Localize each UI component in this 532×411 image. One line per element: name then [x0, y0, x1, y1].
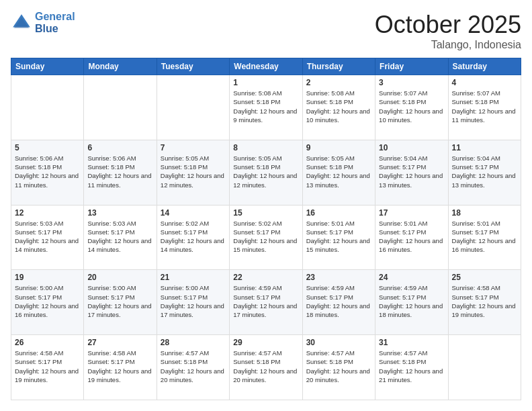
day-info: Sunrise: 5:02 AMSunset: 5:17 PMDaylight:… [161, 219, 226, 255]
day-number: 4 [452, 78, 517, 87]
day-number: 30 [306, 338, 371, 347]
day-number: 7 [161, 143, 226, 152]
calendar-cell: 5Sunrise: 5:06 AMSunset: 5:18 PMDaylight… [11, 140, 84, 205]
calendar-cell: 27Sunrise: 4:58 AMSunset: 5:17 PMDayligh… [84, 335, 157, 400]
day-info: Sunrise: 4:57 AMSunset: 5:18 PMDaylight:… [379, 349, 444, 384]
header-tuesday: Tuesday [157, 58, 229, 75]
week-row-4: 19Sunrise: 5:00 AMSunset: 5:17 PMDayligh… [11, 270, 521, 335]
weekday-header-row: Sunday Monday Tuesday Wednesday Thursday… [11, 58, 521, 75]
day-number: 23 [306, 273, 371, 282]
day-number: 11 [452, 143, 517, 152]
header: General Blue October 2025 Talango, Indon… [11, 11, 521, 51]
day-info: Sunrise: 5:03 AMSunset: 5:17 PMDaylight:… [15, 219, 80, 255]
calendar-cell: 3Sunrise: 5:07 AMSunset: 5:18 PMDaylight… [375, 75, 448, 140]
calendar-cell: 30Sunrise: 4:57 AMSunset: 5:18 PMDayligh… [302, 335, 375, 400]
calendar-cell: 1Sunrise: 5:08 AMSunset: 5:18 PMDaylight… [230, 75, 302, 140]
calendar-cell: 17Sunrise: 5:01 AMSunset: 5:17 PMDayligh… [375, 205, 448, 270]
calendar-cell: 16Sunrise: 5:01 AMSunset: 5:17 PMDayligh… [302, 205, 375, 270]
day-info: Sunrise: 4:57 AMSunset: 5:18 PMDaylight:… [306, 349, 371, 384]
calendar-cell: 9Sunrise: 5:05 AMSunset: 5:18 PMDaylight… [302, 140, 375, 205]
calendar-cell: 23Sunrise: 4:59 AMSunset: 5:17 PMDayligh… [302, 270, 375, 335]
day-info: Sunrise: 5:01 AMSunset: 5:17 PMDaylight:… [379, 219, 444, 255]
calendar-cell [448, 335, 521, 400]
day-number: 14 [161, 208, 226, 218]
day-info: Sunrise: 4:58 AMSunset: 5:17 PMDaylight:… [452, 283, 517, 319]
day-info: Sunrise: 5:01 AMSunset: 5:17 PMDaylight:… [452, 219, 517, 255]
header-monday: Monday [84, 58, 157, 75]
calendar-cell: 24Sunrise: 4:59 AMSunset: 5:17 PMDayligh… [375, 270, 448, 335]
calendar: Sunday Monday Tuesday Wednesday Thursday… [11, 58, 521, 400]
calendar-cell: 12Sunrise: 5:03 AMSunset: 5:17 PMDayligh… [11, 205, 84, 270]
calendar-cell [84, 75, 157, 140]
day-number: 2 [306, 78, 371, 87]
calendar-cell: 21Sunrise: 5:00 AMSunset: 5:17 PMDayligh… [157, 270, 229, 335]
day-info: Sunrise: 5:06 AMSunset: 5:18 PMDaylight:… [15, 154, 80, 189]
day-info: Sunrise: 4:59 AMSunset: 5:17 PMDaylight:… [379, 283, 444, 319]
day-info: Sunrise: 4:57 AMSunset: 5:18 PMDaylight:… [233, 349, 298, 384]
header-saturday: Saturday [448, 58, 521, 75]
calendar-cell: 20Sunrise: 5:00 AMSunset: 5:17 PMDayligh… [84, 270, 157, 335]
day-number: 26 [15, 338, 80, 347]
day-info: Sunrise: 4:58 AMSunset: 5:17 PMDaylight:… [87, 349, 152, 384]
day-info: Sunrise: 5:05 AMSunset: 5:18 PMDaylight:… [306, 154, 371, 189]
day-number: 28 [161, 338, 226, 347]
header-friday: Friday [375, 58, 448, 75]
day-info: Sunrise: 5:00 AMSunset: 5:17 PMDaylight:… [161, 283, 226, 319]
day-info: Sunrise: 5:07 AMSunset: 5:18 PMDaylight:… [452, 89, 517, 124]
calendar-cell: 14Sunrise: 5:02 AMSunset: 5:17 PMDayligh… [157, 205, 229, 270]
calendar-cell: 10Sunrise: 5:04 AMSunset: 5:17 PMDayligh… [375, 140, 448, 205]
week-row-1: 1Sunrise: 5:08 AMSunset: 5:18 PMDaylight… [11, 75, 521, 140]
week-row-3: 12Sunrise: 5:03 AMSunset: 5:17 PMDayligh… [11, 205, 521, 270]
day-info: Sunrise: 5:04 AMSunset: 5:17 PMDaylight:… [379, 154, 444, 189]
day-number: 21 [161, 273, 226, 282]
header-wednesday: Wednesday [230, 58, 302, 75]
week-row-2: 5Sunrise: 5:06 AMSunset: 5:18 PMDaylight… [11, 140, 521, 205]
day-info: Sunrise: 4:58 AMSunset: 5:17 PMDaylight:… [15, 349, 80, 384]
calendar-cell: 15Sunrise: 5:02 AMSunset: 5:17 PMDayligh… [230, 205, 302, 270]
day-number: 5 [15, 143, 80, 152]
day-info: Sunrise: 4:59 AMSunset: 5:17 PMDaylight:… [233, 283, 298, 319]
calendar-cell: 6Sunrise: 5:06 AMSunset: 5:18 PMDaylight… [84, 140, 157, 205]
day-number: 20 [87, 273, 152, 282]
day-info: Sunrise: 5:05 AMSunset: 5:18 PMDaylight:… [161, 154, 226, 189]
title-block: October 2025 Talango, Indonesia [375, 11, 521, 51]
day-info: Sunrise: 5:00 AMSunset: 5:17 PMDaylight:… [87, 283, 152, 319]
day-number: 25 [452, 273, 517, 282]
calendar-cell: 22Sunrise: 4:59 AMSunset: 5:17 PMDayligh… [230, 270, 302, 335]
day-number: 15 [233, 208, 298, 218]
calendar-cell: 13Sunrise: 5:03 AMSunset: 5:17 PMDayligh… [84, 205, 157, 270]
week-row-5: 26Sunrise: 4:58 AMSunset: 5:17 PMDayligh… [11, 335, 521, 400]
calendar-cell: 19Sunrise: 5:00 AMSunset: 5:17 PMDayligh… [11, 270, 84, 335]
day-info: Sunrise: 5:06 AMSunset: 5:18 PMDaylight:… [87, 154, 152, 189]
header-sunday: Sunday [11, 58, 84, 75]
logo-icon [11, 12, 32, 34]
day-info: Sunrise: 4:57 AMSunset: 5:18 PMDaylight:… [161, 349, 226, 384]
day-number: 8 [233, 143, 298, 152]
day-number: 16 [306, 208, 371, 218]
day-info: Sunrise: 4:59 AMSunset: 5:17 PMDaylight:… [306, 283, 371, 319]
calendar-cell: 8Sunrise: 5:05 AMSunset: 5:18 PMDaylight… [230, 140, 302, 205]
calendar-cell: 26Sunrise: 4:58 AMSunset: 5:17 PMDayligh… [11, 335, 84, 400]
calendar-cell [157, 75, 229, 140]
day-info: Sunrise: 5:08 AMSunset: 5:18 PMDaylight:… [306, 89, 371, 124]
day-number: 12 [15, 208, 80, 218]
calendar-cell: 18Sunrise: 5:01 AMSunset: 5:17 PMDayligh… [448, 205, 521, 270]
month-title: October 2025 [375, 11, 521, 39]
day-number: 22 [233, 273, 298, 282]
day-info: Sunrise: 5:08 AMSunset: 5:18 PMDaylight:… [233, 89, 298, 124]
day-number: 27 [87, 338, 152, 347]
page: General Blue October 2025 Talango, Indon… [0, 0, 532, 411]
day-info: Sunrise: 5:07 AMSunset: 5:18 PMDaylight:… [379, 89, 444, 124]
calendar-cell: 25Sunrise: 4:58 AMSunset: 5:17 PMDayligh… [448, 270, 521, 335]
logo: General Blue [11, 11, 75, 35]
day-number: 24 [379, 273, 444, 282]
day-number: 18 [452, 208, 517, 218]
calendar-cell: 29Sunrise: 4:57 AMSunset: 5:18 PMDayligh… [230, 335, 302, 400]
day-info: Sunrise: 5:02 AMSunset: 5:17 PMDaylight:… [233, 219, 298, 255]
location: Talango, Indonesia [375, 39, 521, 51]
day-number: 10 [379, 143, 444, 152]
calendar-cell: 11Sunrise: 5:04 AMSunset: 5:17 PMDayligh… [448, 140, 521, 205]
day-info: Sunrise: 5:04 AMSunset: 5:17 PMDaylight:… [452, 154, 517, 189]
day-number: 31 [379, 338, 444, 347]
day-number: 19 [15, 273, 80, 282]
